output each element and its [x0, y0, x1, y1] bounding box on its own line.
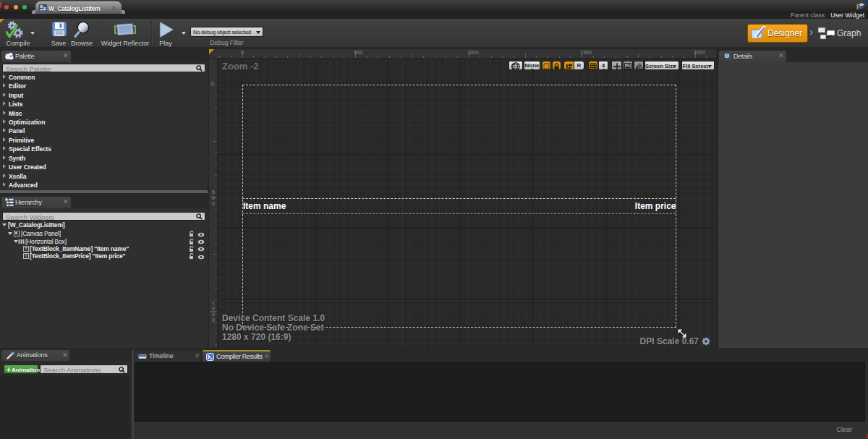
svg-text:i: i [726, 53, 728, 58]
